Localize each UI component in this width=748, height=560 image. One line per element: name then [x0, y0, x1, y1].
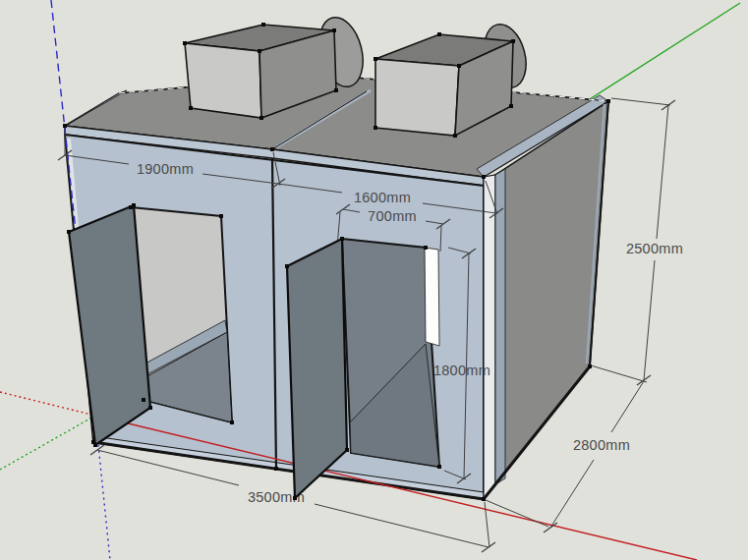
- sketchup-viewport[interactable]: 1900mm 1600mm 700mm 1800mm 2500mm 2800mm…: [0, 0, 748, 560]
- model-scene[interactable]: 1900mm 1600mm 700mm 1800mm 2500mm 2800mm…: [0, 0, 748, 560]
- dim-depth[interactable]: 2800mm: [573, 437, 630, 453]
- corner-post-trim-inner: [495, 169, 505, 484]
- corner-post-trim: [484, 175, 495, 499]
- dim-door-width[interactable]: 700mm: [368, 208, 417, 224]
- dim-room2-width[interactable]: 1600mm: [354, 190, 411, 205]
- vent-2-left-face[interactable]: [375, 59, 459, 136]
- vent-1-left-face[interactable]: [185, 43, 261, 118]
- dim-door-height[interactable]: 1800mm: [433, 363, 490, 378]
- doorway-2-light-gap: [425, 248, 439, 346]
- doorway-2[interactable]: [342, 239, 439, 467]
- dim-room1-width[interactable]: 1900mm: [137, 161, 194, 177]
- dim-height[interactable]: 2500mm: [626, 241, 683, 256]
- door-panel-2[interactable]: [287, 239, 347, 498]
